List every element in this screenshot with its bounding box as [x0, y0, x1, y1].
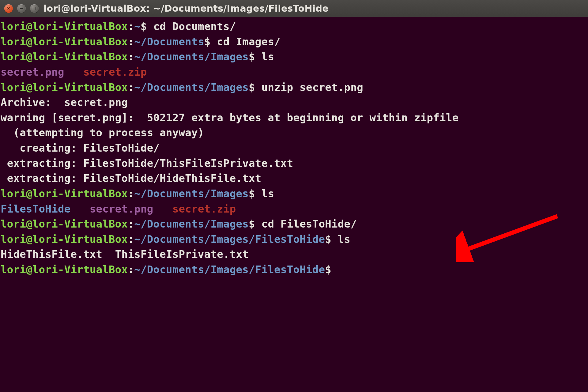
output-line: Archive: secret.png	[0, 95, 588, 110]
ls-output: HideThisFile.txt ThisFileIsPrivate.txt	[0, 247, 588, 262]
directory-name: FilesToHide	[1, 203, 70, 215]
terminal-line-highlighted: lori@lori-VirtualBox:~/Documents/Images$…	[0, 217, 588, 232]
prompt-path: ~/Documents/Images/FilesToHide	[134, 233, 325, 245]
window-titlebar: ✕ — □ lori@lori-VirtualBox: ~/Documents/…	[0, 0, 588, 17]
file-image: secret.png	[1, 66, 64, 78]
window-close-button[interactable]: ✕	[4, 4, 13, 13]
ls-output: secret.png secret.zip	[0, 65, 588, 80]
window-minimize-button[interactable]: —	[17, 4, 26, 13]
terminal-line: lori@lori-VirtualBox:~/Documents/Images/…	[0, 232, 588, 247]
terminal-viewport[interactable]: lori@lori-VirtualBox:~$ cd Documents/ lo…	[0, 17, 588, 277]
command-text: cd Images/	[217, 36, 281, 48]
window-title: lori@lori-VirtualBox: ~/Documents/Images…	[43, 2, 329, 15]
prompt-colon: :	[128, 20, 134, 32]
terminal-line: lori@lori-VirtualBox:~/Documents/Images$…	[0, 80, 588, 95]
command-text: ls	[338, 233, 351, 245]
prompt-user-host: lori@lori-VirtualBox	[1, 36, 128, 48]
file-archive: secret.zip	[172, 203, 236, 215]
window-buttons: ✕ — □	[4, 4, 39, 13]
output-line: creating: FilesToHide/	[0, 141, 588, 156]
file-archive: secret.zip	[83, 66, 147, 78]
terminal-line: lori@lori-VirtualBox:~$ cd Documents/	[0, 19, 588, 34]
prompt-path: ~/Documents	[134, 36, 204, 48]
command-text: ls	[262, 187, 274, 200]
prompt-path: ~/Documents/Images	[134, 51, 249, 63]
command-text: unzip secret.png	[262, 81, 363, 93]
command-text: cd Documents/	[153, 20, 236, 32]
output-line: warning [secret.png]: 502127 extra bytes…	[0, 110, 588, 126]
command-text: ls	[262, 51, 274, 63]
terminal-line: lori@lori-VirtualBox:~/Documents/Images$…	[0, 49, 588, 65]
window-maximize-button[interactable]: □	[30, 4, 39, 13]
output-line: extracting: FilesToHide/HideThisFile.txt	[0, 171, 588, 186]
output-line: extracting: FilesToHide/ThisFileIsPrivat…	[0, 156, 588, 171]
prompt-user-host: lori@lori-VirtualBox	[1, 20, 128, 32]
output-line: (attempting to process anyway)	[0, 125, 588, 141]
command-text: cd FilesToHide/	[262, 218, 357, 230]
ls-output: FilesToHide secret.png secret.zip	[0, 202, 588, 217]
file-image: secret.png	[90, 203, 153, 215]
terminal-line: lori@lori-VirtualBox:~/Documents$ cd Ima…	[0, 34, 588, 50]
terminal-line: lori@lori-VirtualBox:~/Documents/Images/…	[0, 262, 588, 277]
prompt-path: ~	[134, 20, 141, 32]
prompt-dollar: $	[141, 20, 147, 32]
terminal-line: lori@lori-VirtualBox:~/Documents/Images$…	[0, 186, 588, 202]
